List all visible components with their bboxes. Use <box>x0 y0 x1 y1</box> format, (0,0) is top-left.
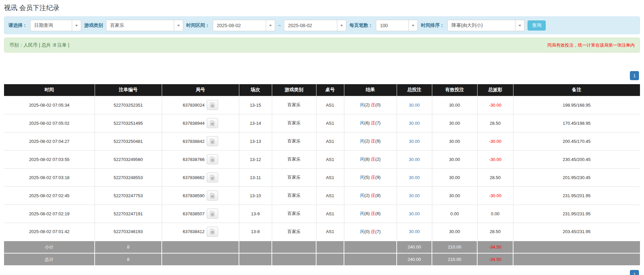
result-banker-score: (7) <box>375 120 381 125</box>
query-type-select[interactable]: 日期查询 <box>30 20 81 31</box>
date-to-value: 2025-08-02 <box>288 23 312 28</box>
round-id-cell: 637838412 <box>162 223 239 241</box>
game-type-select[interactable]: 百家乐 <box>106 20 183 31</box>
header-time: 时间 <box>4 84 95 96</box>
sort-value: 降幂(由大到小) <box>451 22 483 29</box>
session-cell: 13-13 <box>239 132 272 150</box>
video-record-button[interactable] <box>207 118 218 128</box>
result-banker-score: (2) <box>375 157 381 162</box>
valid-bet-cell: 0.00 <box>432 205 477 223</box>
film-file-icon <box>210 175 215 180</box>
tilde-separator: ~ <box>278 23 281 28</box>
video-record-button[interactable] <box>207 100 218 110</box>
result-cell: 闲(2) 庄(8) <box>344 186 397 205</box>
result-player-label: 闲 <box>360 175 364 180</box>
date-from-select[interactable]: 2025-08-02 <box>213 20 275 31</box>
chevron-down-icon <box>518 25 521 26</box>
result-banker-label: 庄 <box>371 139 375 144</box>
header-total-bet: 总投注 <box>397 84 432 96</box>
table-no-cell: AS1 <box>316 205 344 223</box>
payout-value: -30.00 <box>489 103 501 108</box>
result-banker-label: 庄 <box>371 120 375 125</box>
round-id-value: 637838590 <box>183 193 204 198</box>
result-cell: 闲(6) 庄(7) <box>344 114 397 132</box>
remark-cell: 198.95/168.95 <box>513 96 640 114</box>
time-cell: 2025-08-02 07:05:34 <box>4 96 95 114</box>
video-record-button[interactable] <box>207 227 218 237</box>
total-bet-cell: 30.00 <box>397 186 432 205</box>
total-bet-link[interactable]: 30.00 <box>409 121 420 126</box>
valid-bet-cell: 30.00 <box>432 132 477 150</box>
per-page-select[interactable]: 100 <box>376 20 418 31</box>
payout-cell: -30.00 <box>477 150 513 168</box>
result-player-label: 闲 <box>360 102 364 107</box>
subtotal-label: 小计 <box>4 241 95 253</box>
total-bet-link[interactable]: 30.00 <box>409 139 420 144</box>
total-bet-link[interactable]: 30.00 <box>409 211 420 216</box>
page-1-button-bottom[interactable]: 1 <box>630 270 639 275</box>
total-total-bet: 240.00 <box>397 253 432 266</box>
date-to-select[interactable]: 2025-08-02 <box>284 20 346 31</box>
payout-cell: -30.00 <box>477 186 513 205</box>
remark-cell: 231.95/201.95 <box>513 186 640 205</box>
round-id-cell: 637838944 <box>162 114 239 132</box>
total-bet-link[interactable]: 30.00 <box>409 103 420 108</box>
header-round-id: 局号 <box>162 84 239 96</box>
valid-bet-cell: 30.00 <box>432 114 477 132</box>
sort-select[interactable]: 降幂(由大到小) <box>447 20 525 31</box>
table-row: 2025-08-02 07:03:55 522703249560 6378387… <box>4 150 640 168</box>
valid-bet-cell: 30.00 <box>432 96 477 114</box>
game-type-cell: 百家乐 <box>272 132 316 150</box>
time-cell: 2025-08-02 07:02:45 <box>4 186 95 205</box>
total-label: 总计 <box>4 253 95 266</box>
game-type-cell: 百家乐 <box>272 114 316 132</box>
header-bet-id: 注单编号 <box>95 84 162 96</box>
summary-bar: 币别：人民币 | 总共 :8 注单 | 同局有效投注，统一计算在该局第一张注单内 <box>4 38 640 53</box>
result-banker-label: 庄 <box>371 211 375 216</box>
search-button[interactable]: 查询 <box>528 20 546 31</box>
time-cell: 2025-08-02 07:04:27 <box>4 132 95 150</box>
remark-cell: 201.95/230.45 <box>513 168 640 186</box>
video-record-button[interactable] <box>207 154 218 164</box>
per-page-label: 每页笔数： <box>349 22 373 29</box>
page-1-button[interactable]: 1 <box>630 71 639 80</box>
time-cell: 2025-08-02 07:05:02 <box>4 114 95 132</box>
result-player-score: (2) <box>364 102 370 107</box>
table-totals: 小计 8 240.00 210.00 -34.50 总计 8 240.00 21… <box>4 241 640 266</box>
video-record-button[interactable] <box>207 209 218 219</box>
total-bet-link[interactable]: 30.00 <box>409 175 420 180</box>
table-no-cell: AS1 <box>316 186 344 205</box>
remark-cell: 170.45/198.95 <box>513 114 640 132</box>
total-bet-link[interactable]: 30.00 <box>409 157 420 162</box>
chevron-down-icon <box>269 25 272 26</box>
round-id-value: 637838842 <box>183 139 204 144</box>
result-banker-label: 庄 <box>371 102 375 107</box>
result-player-label: 闲 <box>360 120 364 125</box>
result-banker-score: (8) <box>375 193 381 198</box>
payout-value: 28.50 <box>490 175 501 180</box>
result-cell: 闲(5) 庄(9) <box>344 168 397 186</box>
time-cell: 2025-08-02 07:03:18 <box>4 168 95 186</box>
filter-bar: 请选择： 日期查询 游戏类别 百家乐 时间区间： 2025-08-02 ~ 20… <box>4 16 640 34</box>
sort-label: 时间排序： <box>421 22 444 29</box>
video-record-button[interactable] <box>207 190 218 201</box>
table-row: 2025-08-02 07:01:42 522703246193 6378384… <box>4 223 640 241</box>
game-type-cell: 百家乐 <box>272 96 316 114</box>
round-id-value: 637838662 <box>183 175 204 180</box>
session-cell: 13-8 <box>239 223 272 241</box>
result-player-score: (2) <box>364 139 370 144</box>
table-row: 2025-08-02 07:02:45 522703247753 6378385… <box>4 186 640 205</box>
result-banker-label: 庄 <box>371 229 375 234</box>
round-id-value: 637838507 <box>183 211 204 216</box>
result-cell: 闲(8) 庄(2) <box>344 150 397 168</box>
video-record-button[interactable] <box>207 136 218 146</box>
total-bet-link[interactable]: 30.00 <box>409 229 420 234</box>
video-record-button[interactable] <box>207 172 218 182</box>
total-bet-cell: 30.00 <box>397 205 432 223</box>
total-bet-link[interactable]: 30.00 <box>409 193 420 198</box>
game-type-value: 百家乐 <box>110 22 124 29</box>
film-file-icon <box>210 211 215 217</box>
result-cell: 闲(2) 庄(9) <box>344 132 397 150</box>
result-cell: 闲(2) 庄(0) <box>344 96 397 114</box>
film-file-icon <box>210 157 215 162</box>
